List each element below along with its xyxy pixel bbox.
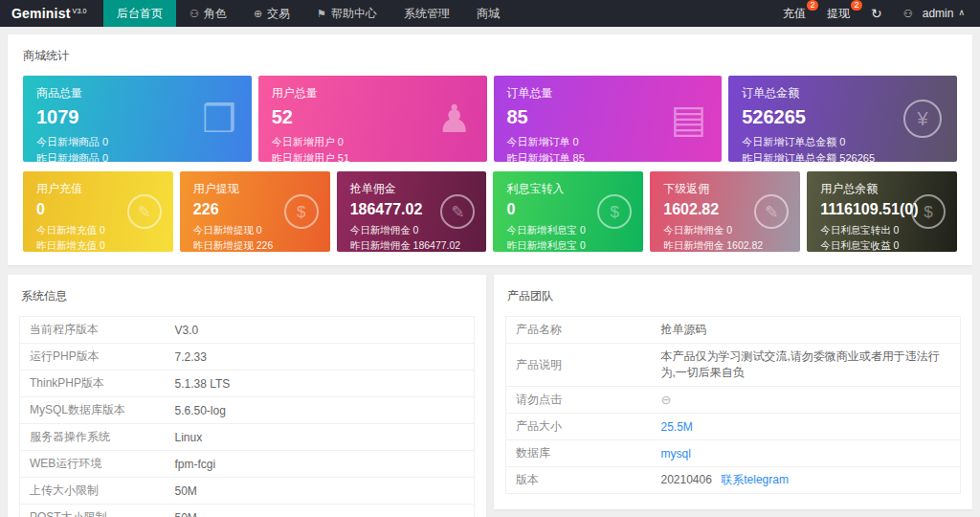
withdraw-badge: 2 [851,0,862,11]
table-row: 请勿点击 ⊖ [506,387,961,414]
row-label: 服务器操作系统 [20,424,166,451]
product-team-panel: 产品团队 产品名称 抢单源码 产品说明 本产品仅为学习测试交流,请勿委微商业或者… [494,275,972,509]
table-row: 产品名称 抢单源码 [506,317,961,344]
do-not-click-icon: ⊖ [661,393,672,407]
table-row: 上传大小限制 50M [20,478,475,505]
stat-yesterday: 昨日新增订单 85 [507,151,709,162]
row-label: 数据库 [506,440,652,467]
nav-label: 系统管理 [404,6,450,22]
book-icon: ▤ [670,100,706,138]
withdraw-link[interactable]: 提现 2 [827,6,850,22]
user-menu[interactable]: ⚇ admin ∧ [903,7,965,20]
stat-card-order-amount-total: 订单总金额 526265 今日新增订单总金额 0 昨日新增订单总金额 52626… [728,76,957,162]
row-value: 5.1.38 LTS [166,371,475,397]
stat-today: 今日新增订单总金额 0 [742,135,944,149]
nav-label: 交易 [267,6,290,22]
stat-card-sub-rebate: 下级返佣 1602.82 今日新增佣金 0 昨日新增佣金 1602.82 ✎ [650,171,800,252]
table-row: 版本 20210406 联系telegram [506,467,961,494]
nav-label: 角色 [204,6,227,22]
nav-item-trade[interactable]: ⊕ 交易 [240,0,303,27]
table-row: 服务器操作系统 Linux [20,424,475,451]
topbar: Geminist V3.0 后台首页 ⚇ 角色 ⊕ 交易 ⚑ 帮助中心 系统管理… [0,0,980,27]
stat-yesterday: 昨日新增订单总金额 526265 [742,151,944,162]
stat-card-user-recharge: 用户充值 0 今日新增充值 0 昨日新增充值 0 ✎ [23,171,173,252]
dollar-circle-icon: $ [597,194,632,229]
row-value: fpm-fcgi [166,451,475,478]
product-team-title: 产品团队 [505,288,961,304]
stat-card-grab-commission: 抢单佣金 186477.02 今日新增佣金 0 昨日新增佣金 186477.02… [337,171,487,252]
bottom-panels: 系统信息 当前程序版本 V3.0 运行PHP版本 7.2.33 ThinkPHP… [8,275,972,517]
withdraw-label: 提现 [827,7,850,20]
nav-label: 商城 [477,6,500,22]
edit-icon: ✎ [440,194,475,229]
row-label: 产品名称 [506,317,652,344]
trade-icon: ⊕ [254,8,262,20]
user-icon: ⚇ [903,8,913,20]
nav-label: 后台首页 [117,6,163,22]
row-label: ThinkPHP版本 [20,371,166,397]
nav-item-dashboard[interactable]: 后台首页 [103,0,176,27]
row-label: 版本 [506,467,652,494]
system-info-panel: 系统信息 当前程序版本 V3.0 运行PHP版本 7.2.33 ThinkPHP… [8,275,486,517]
row-value: V3.0 [166,317,475,344]
row-value: 抢单源码 [652,317,961,344]
nav-item-mall[interactable]: 商城 [463,0,513,27]
table-row: 产品说明 本产品仅为学习测试交流,请勿委微商业或者用于违法行为,一切后果自负 [506,344,961,387]
stat-card-interest-in: 利息宝转入 0 今日新增利息宝 0 昨日新增利息宝 0 $ [493,171,643,252]
row-label: MySQL数据库版本 [20,397,166,424]
edit-icon: ✎ [127,194,162,229]
system-info-title: 系统信息 [19,288,475,304]
main-nav: 后台首页 ⚇ 角色 ⊕ 交易 ⚑ 帮助中心 系统管理 商城 [103,0,513,27]
row-label: 当前程序版本 [20,317,166,344]
table-row: POST大小限制 50M [20,505,475,517]
caret-up-icon: ∧ [958,8,965,17]
stat-yesterday: 今日利息宝收益 0 [820,239,944,252]
table-row: 当前程序版本 V3.0 [20,317,475,344]
person-icon: ⚇ [189,8,199,20]
recharge-link[interactable]: 充值 2 [783,6,806,22]
table-row: 数据库 mysql [506,440,961,467]
dollar-circle-icon: $ [911,194,946,229]
database-link[interactable]: mysql [661,447,691,461]
row-value: Linux [166,424,475,451]
stat-yesterday: 昨日新增佣金 186477.02 [350,239,474,252]
row-label: WEB运行环境 [20,451,166,478]
refresh-icon[interactable]: ↻ [871,6,882,21]
row-value: 7.2.33 [166,344,475,371]
product-size-link[interactable]: 25.5M [661,420,693,434]
stat-yesterday: 昨日新增充值 0 [36,239,160,252]
mall-stats-panel: 商城统计 商品总量 1079 今日新增商品 0 昨日新增商品 0 ❒ 用户总量 … [8,34,972,265]
row-label: 请勿点击 [506,387,652,414]
row-label: 产品说明 [506,344,652,387]
person-silhouette-icon: ♟ [437,100,472,138]
small-stat-cards-row: 用户充值 0 今日新增充值 0 昨日新增充值 0 ✎ 用户提现 226 今日新增… [23,171,957,252]
stat-yesterday: 昨日新增利息宝 0 [506,239,630,252]
edit-icon: ✎ [754,194,789,229]
table-row: MySQL数据库版本 5.6.50-log [20,397,475,424]
nav-item-roles[interactable]: ⚇ 角色 [176,0,240,27]
nav-item-system-manage[interactable]: 系统管理 [390,0,463,27]
username: admin [923,7,954,20]
table-row: 产品大小 25.5M [506,414,961,440]
telegram-contact-link[interactable]: 联系telegram [721,473,789,486]
table-row: ThinkPHP版本 5.1.38 LTS [20,371,475,397]
product-team-table: 产品名称 抢单源码 产品说明 本产品仅为学习测试交流,请勿委微商业或者用于违法行… [505,316,961,494]
stat-yesterday: 昨日新增用户 51 [272,151,474,162]
stat-yesterday: 昨日新增佣金 1602.82 [663,239,787,252]
table-row: WEB运行环境 fpm-fcgi [20,451,475,478]
nav-item-help-center[interactable]: ⚑ 帮助中心 [303,0,390,27]
row-value: 5.6.50-log [166,397,475,424]
stat-title: 订单总金额 [742,85,944,101]
row-value: 50M [166,505,475,517]
row-value: 本产品仅为学习测试交流,请勿委微商业或者用于违法行为,一切后果自负 [652,344,961,387]
topbar-right: 充值 2 提现 2 ↻ ⚇ admin ∧ [783,0,980,27]
flag-icon: ⚑ [317,8,326,20]
app-logo[interactable]: Geminist V3.0 [0,0,103,27]
big-stat-cards-row: 商品总量 1079 今日新增商品 0 昨日新增商品 0 ❒ 用户总量 52 今日… [23,76,957,162]
dollar-circle-icon: $ [284,194,319,229]
stat-yesterday: 昨日新增提现 226 [193,239,317,252]
recharge-badge: 2 [807,0,818,11]
stat-card-user-balance: 用户总余额 1116109.51(0) 今日利息宝转出 0 今日利息宝收益 0 … [807,171,957,252]
stat-card-user-withdraw: 用户提现 226 今日新增提现 0 昨日新增提现 226 $ [180,171,330,252]
row-label: POST大小限制 [20,505,166,517]
